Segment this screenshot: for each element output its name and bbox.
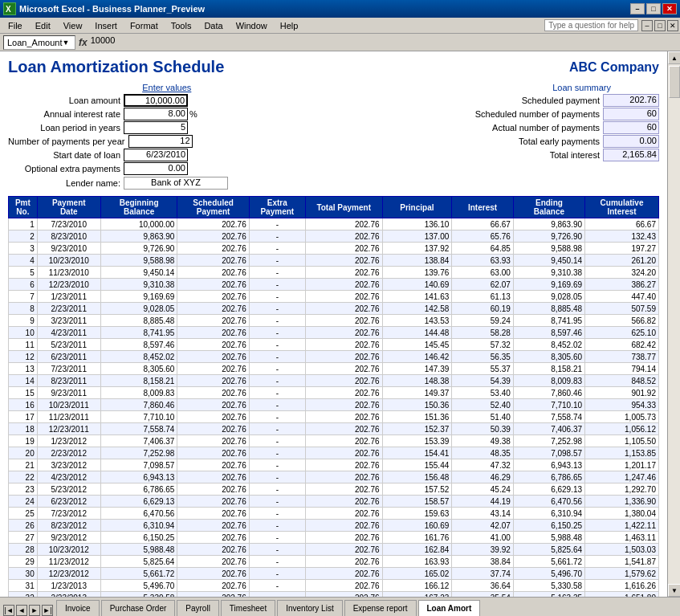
menu-file[interactable]: File bbox=[2, 19, 29, 32]
tab-invoice[interactable]: Invoice bbox=[56, 600, 100, 616]
table-row: 257/23/20126,470.56202.76-202.76159.6343… bbox=[9, 508, 659, 520]
table-row: 1812/23/20117,558.74202.76-202.76152.375… bbox=[9, 423, 659, 435]
scroll-up-button[interactable]: ▲ bbox=[668, 51, 680, 64]
help-search[interactable]: Type a question for help bbox=[544, 19, 638, 31]
tab-next-button[interactable]: ► bbox=[29, 605, 40, 616]
loan-period-value[interactable]: 5 bbox=[124, 121, 188, 134]
tab-bar: |◄ ◄ ► ►| Invoice Purchase Order Payroll… bbox=[0, 597, 680, 616]
app-close[interactable]: ✕ bbox=[667, 20, 678, 31]
tab-loan-amort[interactable]: Loan Amort bbox=[418, 600, 481, 616]
scroll-down-button[interactable]: ▼ bbox=[668, 584, 680, 597]
tab-expense-report[interactable]: Expense report bbox=[344, 600, 417, 616]
vertical-scrollbar[interactable]: ▲ ▼ bbox=[667, 51, 680, 597]
table-row: 126/23/20118,452.02202.76-202.76146.4256… bbox=[9, 351, 659, 363]
menu-help[interactable]: Help bbox=[274, 19, 305, 32]
extra-payments-label: Optional extra payments bbox=[8, 164, 120, 173]
table-row: 410/23/20109,588.98202.76-202.76138.8463… bbox=[9, 255, 659, 267]
tab-last-button[interactable]: ►| bbox=[42, 605, 53, 616]
lender-row: Lender name: Bank of XYZ bbox=[8, 177, 326, 190]
left-inputs: Enter values Loan amount 10,000.00 Annua… bbox=[8, 83, 326, 190]
table-row: 1610/23/20117,860.46202.76-202.76150.365… bbox=[9, 399, 659, 411]
tab-timesheet[interactable]: Timesheet bbox=[221, 600, 275, 616]
close-button[interactable]: ✕ bbox=[662, 3, 677, 14]
table-row: 148/23/20118,158.21202.76-202.76148.3854… bbox=[9, 375, 659, 387]
header-cumulative-interest: CumulativeInterest bbox=[585, 197, 659, 218]
menu-format[interactable]: Format bbox=[124, 19, 165, 32]
scheduled-num-row: Scheduled number of payments 60 bbox=[342, 108, 660, 120]
formula-input[interactable]: 10000 bbox=[91, 35, 677, 50]
early-payments-value: 0.00 bbox=[603, 135, 659, 148]
scroll-track[interactable] bbox=[668, 64, 680, 584]
table-row: 93/23/20118,885.48202.76-202.76143.5359.… bbox=[9, 315, 659, 327]
menu-edit[interactable]: Edit bbox=[29, 19, 57, 32]
table-header-row: PmtNo. PaymentDate BeginningBalance Sche… bbox=[9, 197, 659, 218]
table-row: 39/23/20109,726.90202.76-202.76137.9264.… bbox=[9, 243, 659, 255]
right-inputs: Loan summary Scheduled payment 202.76 Sc… bbox=[342, 83, 660, 190]
tab-first-button[interactable]: |◄ bbox=[3, 605, 14, 616]
start-date-label: Start date of loan bbox=[8, 150, 120, 160]
scheduled-num-label: Scheduled number of payments bbox=[455, 109, 600, 119]
menu-insert[interactable]: Insert bbox=[88, 19, 124, 32]
lender-value[interactable]: Bank of XYZ bbox=[124, 177, 228, 190]
menu-tools[interactable]: Tools bbox=[165, 19, 198, 32]
app-minimize[interactable]: – bbox=[641, 20, 653, 31]
menu-view[interactable]: View bbox=[57, 19, 89, 32]
tab-prev-button[interactable]: ◄ bbox=[16, 605, 27, 616]
sheet-title-row: Loan Amortization Schedule ABC Company bbox=[8, 58, 659, 76]
scheduled-payment-label: Scheduled payment bbox=[455, 96, 600, 105]
total-interest-label: Total interest bbox=[455, 150, 600, 160]
payments-per-year-label: Number of payments per year bbox=[8, 137, 125, 146]
interest-rate-value[interactable]: 8.00 bbox=[124, 108, 188, 120]
excel-icon: X bbox=[3, 2, 16, 15]
table-row: 2911/23/20125,825.64202.76-202.76163.933… bbox=[9, 556, 659, 568]
header-principal: Principal bbox=[382, 197, 452, 218]
table-row: 82/23/20119,028.05202.76-202.76142.5860.… bbox=[9, 303, 659, 315]
input-section: Enter values Loan amount 10,000.00 Annua… bbox=[8, 83, 659, 190]
svg-text:X: X bbox=[6, 5, 11, 14]
restore-button[interactable]: □ bbox=[646, 3, 661, 14]
loan-period-label: Loan period in years bbox=[8, 123, 120, 133]
table-row: 612/23/20109,310.38202.76-202.76140.6962… bbox=[9, 279, 659, 291]
spreadsheet[interactable]: Loan Amortization Schedule ABC Company E… bbox=[0, 51, 667, 597]
sheet-main-title: Loan Amortization Schedule bbox=[8, 58, 224, 76]
interest-rate-unit: % bbox=[189, 109, 197, 119]
early-payments-row: Total early payments 0.00 bbox=[342, 135, 660, 148]
scheduled-payment-row: Scheduled payment 202.76 bbox=[342, 94, 660, 107]
tab-inventory-list[interactable]: Inventory List bbox=[277, 600, 342, 616]
tab-navigation: |◄ ◄ ► ►| bbox=[3, 605, 53, 616]
table-row: 115/23/20118,597.46202.76-202.76145.4557… bbox=[9, 339, 659, 351]
loan-amount-value[interactable]: 10,000.00 bbox=[124, 94, 188, 107]
table-row: 224/23/20126,943.13202.76-202.76156.4846… bbox=[9, 471, 659, 483]
table-row: 235/23/20126,786.65202.76-202.76157.5245… bbox=[9, 483, 659, 496]
extra-payments-value[interactable]: 0.00 bbox=[124, 162, 188, 175]
loan-amount-label: Loan amount bbox=[8, 96, 120, 105]
scroll-thumb[interactable] bbox=[669, 66, 680, 98]
app-restore[interactable]: □ bbox=[654, 20, 666, 31]
table-row: 511/23/20109,450.14202.76-202.76139.7663… bbox=[9, 267, 659, 279]
loan-period-row: Loan period in years 5 bbox=[8, 121, 326, 134]
table-row: 1711/23/20117,710.10202.76-202.76151.365… bbox=[9, 411, 659, 423]
name-box[interactable]: Loan_Amount ▼ bbox=[3, 35, 75, 50]
actual-num-value: 60 bbox=[603, 121, 659, 134]
total-interest-row: Total interest 2,165.84 bbox=[342, 149, 660, 161]
interest-rate-label: Annual interest rate bbox=[8, 109, 120, 119]
table-row: 322/23/20135,330.58202.76-202.76167.2335… bbox=[9, 592, 659, 598]
tab-purchase-order[interactable]: Purchase Order bbox=[101, 600, 176, 616]
main-area: Loan Amortization Schedule ABC Company E… bbox=[0, 51, 680, 597]
menu-window[interactable]: Window bbox=[230, 19, 274, 32]
name-dropdown-arrow[interactable]: ▼ bbox=[63, 39, 70, 47]
table-row: 2810/23/20125,988.48202.76-202.76162.843… bbox=[9, 544, 659, 556]
scheduled-payment-value: 202.76 bbox=[603, 94, 659, 107]
minimize-button[interactable]: – bbox=[630, 3, 645, 14]
menu-data[interactable]: Data bbox=[197, 19, 229, 32]
tab-payroll[interactable]: Payroll bbox=[177, 600, 219, 616]
actual-num-label: Actual number of payments bbox=[455, 123, 600, 133]
total-interest-value: 2,165.84 bbox=[603, 149, 659, 161]
payments-per-year-value[interactable]: 12 bbox=[128, 135, 193, 148]
table-row: 104/23/20118,741.95202.76-202.76144.4858… bbox=[9, 327, 659, 339]
start-date-value[interactable]: 6/23/2010 bbox=[124, 149, 188, 161]
menu-bar: File Edit View Insert Format Tools Data … bbox=[0, 18, 680, 34]
sheet-content: Loan Amortization Schedule ABC Company E… bbox=[0, 51, 667, 597]
payments-per-year-row: Number of payments per year 12 bbox=[8, 135, 326, 148]
header-beginning-balance: BeginningBalance bbox=[100, 197, 177, 218]
